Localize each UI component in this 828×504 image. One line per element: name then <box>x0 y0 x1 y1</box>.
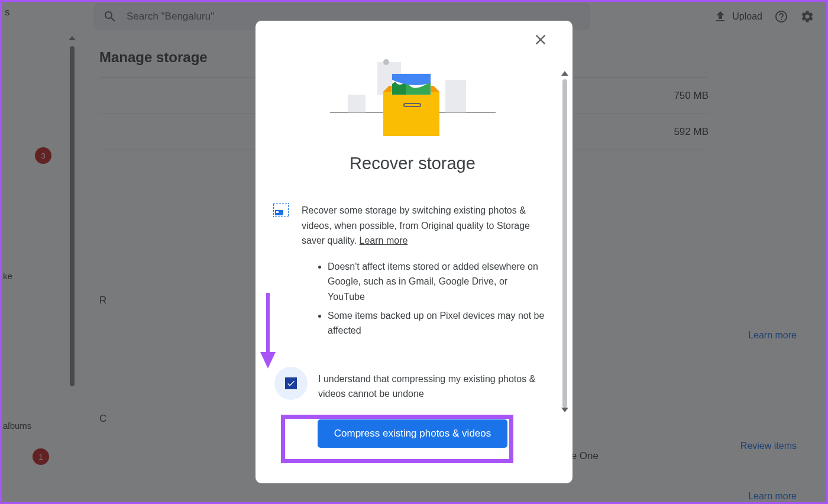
confirm-checkbox-row: I understand that compressing my existin… <box>273 367 552 402</box>
close-icon <box>532 31 549 48</box>
svg-point-4 <box>383 59 389 65</box>
svg-rect-2 <box>348 95 366 112</box>
recover-storage-modal: Recover storage Recover some storage by … <box>255 21 573 483</box>
svg-rect-1 <box>445 80 466 112</box>
compress-button[interactable]: Compress existing photos & videos <box>318 419 508 448</box>
info-row: Recover some storage by switching existi… <box>273 203 552 248</box>
info-text: Recover some storage by switching existi… <box>302 203 552 248</box>
checkbox-label: I understand that compressing my existin… <box>318 367 552 402</box>
bullet-list: Doesn't affect items stored or added els… <box>328 259 552 338</box>
confirm-checkbox[interactable] <box>274 367 308 400</box>
close-button[interactable] <box>532 31 549 48</box>
arrow-annotation <box>259 293 277 372</box>
checkmark-icon <box>286 379 296 388</box>
storage-illustration <box>273 59 552 136</box>
bullet-2: Some items backed up on Pixel devices ma… <box>328 308 552 338</box>
svg-rect-10 <box>276 211 279 213</box>
modal-title: Recover storage <box>273 154 552 173</box>
learn-more-link[interactable]: Learn more <box>360 235 408 245</box>
modal-scrollbar[interactable] <box>561 71 569 412</box>
image-quality-icon <box>273 203 289 217</box>
bullet-1: Doesn't affect items stored or added els… <box>328 259 552 305</box>
modal-overlay: Recover storage Recover some storage by … <box>2 2 826 502</box>
